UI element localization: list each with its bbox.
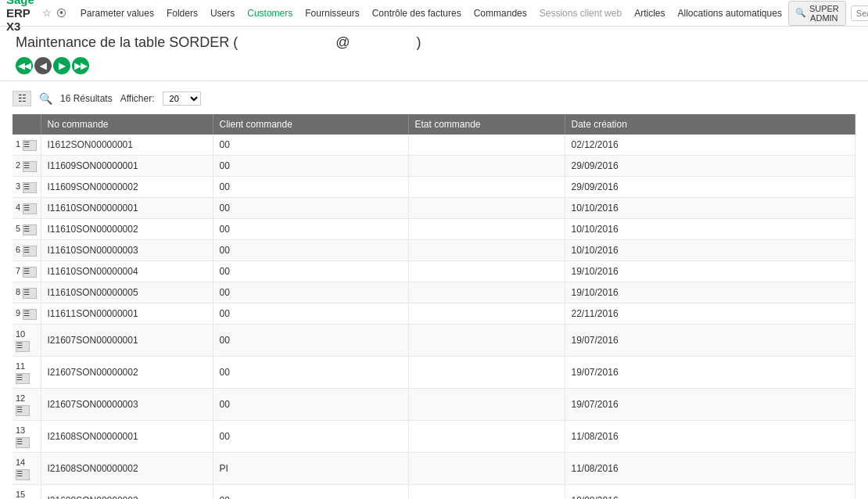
- table-row[interactable]: 7 ☰ I11610SON00000004 00 19/10/2016: [13, 261, 855, 282]
- date-creation-cell: 19/07/2016: [565, 357, 855, 389]
- date-creation-cell: 29/09/2016: [565, 177, 855, 198]
- row-action-icon[interactable]: ☰: [16, 437, 30, 448]
- row-action-icon[interactable]: ☰: [23, 246, 37, 257]
- row-action-icon[interactable]: ☰: [23, 224, 37, 235]
- row-num-cell: 7 ☰: [13, 261, 41, 282]
- row-num-cell: 15 ☰: [13, 485, 41, 500]
- nav-first-button[interactable]: ◀◀: [16, 57, 33, 74]
- nav-allocations[interactable]: Allocations automatiques: [671, 0, 787, 27]
- table-row[interactable]: 8 ☰ I11610SON00000005 00 19/10/2016: [13, 282, 855, 303]
- client-commande-cell: 00: [213, 421, 408, 453]
- date-creation-cell: 29/09/2016: [565, 156, 855, 177]
- client-commande-cell: 00: [213, 156, 408, 177]
- no-commande-cell: I21607SON00000001: [41, 325, 213, 357]
- col-no-commande-header[interactable]: No commande: [41, 114, 213, 135]
- no-commande-cell: I11610SON00000001: [41, 198, 213, 219]
- client-commande-cell: 00: [213, 261, 408, 282]
- table-row[interactable]: 11 ☰ I21607SON00000002 00 19/07/2016: [13, 357, 855, 389]
- star-icon[interactable]: ☆: [42, 7, 52, 19]
- table-row[interactable]: 14 ☰ I21608SON00000002 PI 11/08/2016: [13, 453, 855, 485]
- nav-next-button[interactable]: ▶: [53, 57, 70, 74]
- no-commande-cell: I11611SON00000001: [41, 303, 213, 325]
- afficher-select[interactable]: 20 50 100: [163, 92, 201, 106]
- etat-commande-cell: [408, 261, 565, 282]
- date-creation-cell: 19/07/2016: [565, 389, 855, 421]
- row-num-cell: 5 ☰: [13, 219, 41, 240]
- row-action-icon[interactable]: ☰: [16, 373, 30, 384]
- client-commande-cell: 00: [213, 177, 408, 198]
- table-row[interactable]: 9 ☰ I11611SON00000001 00 22/11/2016: [13, 303, 855, 325]
- col-date-creation-header[interactable]: Date création: [565, 114, 855, 135]
- table-row[interactable]: 12 ☰ I21607SON00000003 00 19/07/2016: [13, 389, 855, 421]
- navbar-icons: ☆ ⦿: [42, 7, 66, 19]
- no-commande-cell: I11610SON00000002: [41, 219, 213, 240]
- date-creation-cell: 22/11/2016: [565, 303, 855, 325]
- table-row[interactable]: 6 ☰ I11610SON00000003 00 10/10/2016: [13, 240, 855, 261]
- nav-fournisseurs[interactable]: Fournisseurs: [299, 0, 365, 27]
- table-row[interactable]: 10 ☰ I21607SON00000001 00 19/07/2016: [13, 325, 855, 357]
- row-action-icon[interactable]: ☰: [23, 161, 37, 172]
- nav-folders[interactable]: Folders: [160, 0, 204, 27]
- table-row[interactable]: 3 ☰ I11609SON00000002 00 29/09/2016: [13, 177, 855, 198]
- client-commande-cell: 00: [213, 325, 408, 357]
- row-action-icon[interactable]: ☰: [23, 267, 37, 278]
- table-row[interactable]: 2 ☰ I11609SON00000001 00 29/09/2016: [13, 156, 855, 177]
- etat-commande-cell: [408, 198, 565, 219]
- search-icon[interactable]: 🔍: [39, 92, 52, 105]
- nav-articles[interactable]: Articles: [628, 0, 671, 27]
- row-action-icon[interactable]: ☰: [23, 140, 37, 151]
- nav-sessions[interactable]: Sessions client web: [533, 0, 628, 27]
- nav-last-button[interactable]: ▶▶: [72, 57, 89, 74]
- super-admin-button[interactable]: 🔍 SUPER ADMIN: [788, 1, 846, 26]
- no-commande-cell: I11609SON00000001: [41, 156, 213, 177]
- row-action-icon[interactable]: ☰: [23, 203, 37, 214]
- row-num-cell: 14 ☰: [13, 453, 41, 485]
- nav-customers[interactable]: Customers: [241, 0, 299, 27]
- table-row[interactable]: 1 ☰ I1612SON00000001 00 02/12/2016: [13, 135, 855, 156]
- col-client-commande-header[interactable]: Client commande: [213, 114, 408, 135]
- row-action-icon[interactable]: ☰: [23, 182, 37, 193]
- col-etat-commande-header[interactable]: Etat commande: [408, 114, 565, 135]
- no-commande-cell: I21607SON00000003: [41, 389, 213, 421]
- row-num-cell: 10 ☰: [13, 325, 41, 357]
- no-commande-cell: I11609SON00000002: [41, 177, 213, 198]
- no-commande-cell: I21608SON00000002: [41, 453, 213, 485]
- etat-commande-cell: [408, 177, 565, 198]
- nav-prev-button[interactable]: ◀: [34, 57, 52, 74]
- etat-commande-cell: [408, 156, 565, 177]
- nav-commandes[interactable]: Commandes: [468, 0, 533, 27]
- table-row[interactable]: 15 ☰ I21608SON00000003 00 19/08/2016: [13, 485, 855, 500]
- page-title-at: @: [335, 34, 350, 50]
- client-commande-cell: 00: [213, 303, 408, 325]
- nav-parameter-values[interactable]: Parameter values: [74, 0, 160, 27]
- row-action-icon[interactable]: ☰: [23, 288, 37, 299]
- brand: Sage ERP X3: [6, 0, 34, 33]
- row-number: 14: [16, 458, 25, 467]
- super-admin-label: SUPER ADMIN: [809, 4, 839, 23]
- etat-commande-cell: [408, 357, 565, 389]
- client-commande-cell: PI: [213, 453, 408, 485]
- row-action-icon[interactable]: ☰: [23, 309, 37, 320]
- table-row[interactable]: 5 ☰ I11610SON00000002 00 10/10/2016: [13, 219, 855, 240]
- nav-users[interactable]: Users: [204, 0, 241, 27]
- toolbar: ☷ 🔍 16 Résultats Afficher: 20 50 100: [13, 91, 855, 106]
- brand-sage: Sage: [6, 0, 34, 6]
- circle-check-icon[interactable]: ⦿: [56, 7, 66, 19]
- row-action-icon[interactable]: ☰: [16, 405, 30, 416]
- nav-controle[interactable]: Contrôle des factures: [366, 0, 468, 27]
- row-number: 7: [16, 266, 20, 275]
- grid-icon[interactable]: ☷: [13, 91, 31, 106]
- row-num-cell: 3 ☰: [13, 177, 41, 198]
- table-row[interactable]: 4 ☰ I11610SON00000001 00 10/10/2016: [13, 198, 855, 219]
- etat-commande-cell: [408, 219, 565, 240]
- global-search-input[interactable]: [851, 5, 868, 21]
- client-commande-cell: 00: [213, 357, 408, 389]
- row-number: 12: [16, 393, 25, 403]
- results-count: 16 Résultats: [60, 93, 113, 104]
- etat-commande-cell: [408, 485, 565, 500]
- client-commande-cell: 00: [213, 485, 408, 500]
- row-action-icon[interactable]: ☰: [16, 341, 30, 352]
- table-row[interactable]: 13 ☰ I21608SON00000001 00 11/08/2016: [13, 421, 855, 453]
- no-commande-cell: I11610SON00000003: [41, 240, 213, 261]
- row-action-icon[interactable]: ☰: [16, 469, 30, 480]
